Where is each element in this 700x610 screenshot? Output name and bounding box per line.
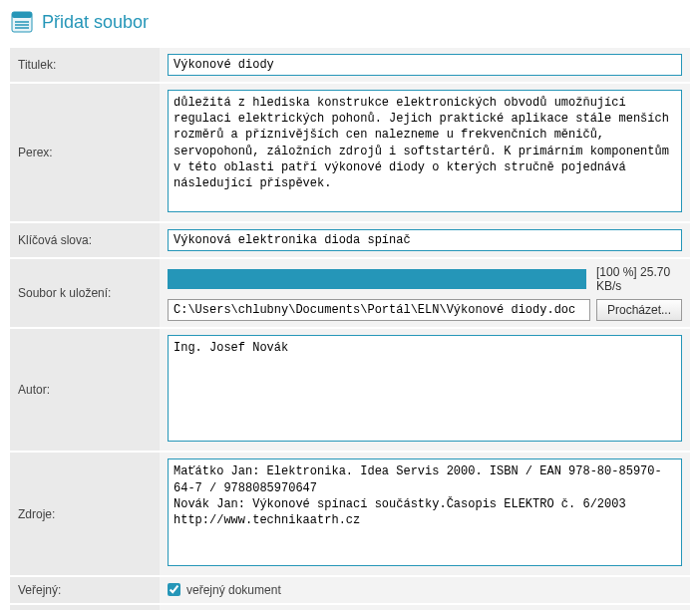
upload-progress-bar	[168, 269, 586, 289]
label-odeslat: Odeslat formulář:	[10, 604, 160, 610]
input-titulek[interactable]	[168, 54, 682, 76]
upload-percent: [100 %]	[596, 265, 637, 279]
svg-rect-1	[12, 12, 32, 18]
label-verejny: Veřejný:	[10, 576, 160, 604]
row-verejny: Veřejný: veřejný dokument	[10, 576, 690, 604]
label-soubor: Soubor k uložení:	[10, 258, 160, 328]
label-autor: Autor:	[10, 328, 160, 452]
label-zdroje: Zdroje:	[10, 452, 160, 575]
row-zdroje: Zdroje: Maťátko Jan: Elektronika. Idea S…	[10, 452, 690, 575]
row-odeslat: Odeslat formulář: Vložit dokument	[10, 604, 690, 610]
textarea-perex[interactable]: důležitá z hlediska konstrukce elektroni…	[168, 90, 682, 212]
input-file-path[interactable]	[168, 299, 590, 321]
checkbox-verejny[interactable]	[168, 583, 180, 596]
input-klicova-slova[interactable]	[168, 229, 682, 251]
label-klicova-slova: Klíčová slova:	[10, 222, 160, 258]
form-header: Přidat soubor	[10, 10, 690, 46]
row-klicova-slova: Klíčová slova:	[10, 222, 690, 258]
upload-progress-text: [100 %] 25.70 KB/s	[596, 265, 682, 293]
browse-button[interactable]: Procházet...	[596, 299, 682, 321]
form-table: Titulek: Perex: důležitá z hlediska kons…	[10, 46, 690, 610]
row-titulek: Titulek:	[10, 47, 690, 83]
page-title: Přidat soubor	[42, 12, 149, 33]
checkbox-verejny-label: veřejný dokument	[186, 583, 281, 597]
document-icon	[10, 10, 34, 34]
row-perex: Perex: důležitá z hlediska konstrukce el…	[10, 83, 690, 222]
row-soubor: Soubor k uložení: [100 %] 25.70 KB/s Pro…	[10, 258, 690, 328]
upload-progress-row: [100 %] 25.70 KB/s	[168, 265, 682, 293]
file-input-row: Procházet...	[168, 299, 682, 321]
label-perex: Perex:	[10, 83, 160, 222]
row-autor: Autor: Ing. Josef Novák	[10, 328, 690, 452]
textarea-autor[interactable]: Ing. Josef Novák	[168, 335, 682, 442]
label-titulek: Titulek:	[10, 47, 160, 83]
textarea-zdroje[interactable]: Maťátko Jan: Elektronika. Idea Servis 20…	[168, 458, 682, 565]
public-checkbox-row: veřejný dokument	[168, 583, 682, 597]
form-container: Přidat soubor Titulek: Perex: důležitá z…	[0, 0, 700, 610]
